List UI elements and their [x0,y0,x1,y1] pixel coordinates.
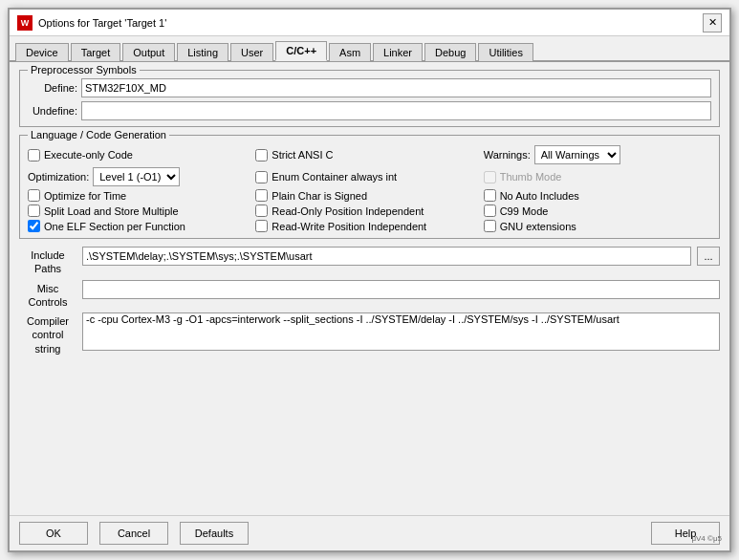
misc-controls-label: Misc Controls [19,280,76,310]
compiler-control-textarea[interactable]: -c -cpu Cortex-M3 -g -O1 -apcs=interwork… [82,312,720,351]
title-bar-left: W Options for Target 'Target 1' [17,15,166,31]
define-row: Define: [28,78,711,97]
misc-controls-row: Misc Controls [19,280,720,310]
plain-char-label: Plain Char is Signed [272,190,367,202]
gnu-extensions-checkbox[interactable] [484,220,496,232]
no-auto-includes-label: No Auto Includes [500,190,579,202]
tab-utilities[interactable]: Utilities [478,43,533,61]
c99-mode-checkbox[interactable] [484,205,496,217]
tab-output[interactable]: Output [122,43,175,61]
one-elf-checkbox[interactable] [28,220,40,232]
dialog-title: Options for Target 'Target 1' [38,17,166,29]
read-only-pos-checkbox[interactable] [255,205,268,217]
cancel-button[interactable]: Cancel [99,522,168,545]
no-auto-includes-checkbox[interactable] [484,189,496,202]
tab-linker[interactable]: Linker [373,43,423,61]
footer: OK Cancel Defaults Help [10,515,729,550]
compiler-control-row: Compiler control string -c -cpu Cortex-M… [19,312,720,355]
undefine-input[interactable] [81,101,711,120]
tab-user[interactable]: User [230,43,273,61]
tab-bar: Device Target Output Listing User C/C++ … [10,36,729,62]
c99-mode-label: C99 Mode [500,205,549,217]
enum-container-label: Enum Container always int [272,171,397,183]
ok-button[interactable]: OK [19,522,88,545]
plain-char-checkbox[interactable] [255,189,268,202]
bottom-fields: Include Paths ... Misc Controls Compiler… [19,247,720,355]
optimization-label: Optimization: [28,171,89,183]
one-elf-label: One ELF Section per Function [44,221,185,232]
version-text: μV4 ©μ5 [691,534,722,543]
define-input[interactable] [81,78,711,97]
read-write-pos-label: Read-Write Position Independent [272,221,426,232]
tab-listing[interactable]: Listing [177,43,228,61]
read-write-pos-checkbox[interactable] [255,220,268,232]
execute-only-label: Execute-only Code [44,149,133,161]
tab-debug[interactable]: Debug [424,43,476,61]
execute-only-checkbox[interactable] [28,149,40,162]
include-paths-label: Include Paths [19,247,76,276]
enum-container-checkbox[interactable] [255,171,268,183]
strict-ansi-label: Strict ANSI C [272,149,333,161]
preprocessor-group-label: Preprocessor Symbols [28,64,140,75]
thumb-mode-label: Thumb Mode [500,171,562,183]
tab-asm[interactable]: Asm [329,43,371,61]
include-paths-browse-button[interactable]: ... [697,247,720,266]
optimize-time-label: Optimize for Time [44,190,126,202]
tab-cpp[interactable]: C/C++ [275,41,327,61]
tab-device[interactable]: Device [15,43,69,61]
split-load-label: Split Load and Store Multiple [44,205,179,217]
include-paths-row: Include Paths ... [19,247,720,276]
content-area: Preprocessor Symbols Define: Undefine: L… [10,62,729,515]
language-group: Language / Code Generation Execute-only … [19,135,720,239]
optimization-select[interactable]: Level 0 (-O0) Level 1 (-O1) Level 2 (-O2… [93,167,180,186]
thumb-mode-checkbox[interactable] [484,171,496,183]
split-load-checkbox[interactable] [28,205,40,217]
close-button[interactable]: ✕ [703,13,722,32]
gnu-extensions-label: GNU extensions [500,221,576,232]
optimize-time-checkbox[interactable] [28,189,40,202]
read-only-pos-label: Read-Only Position Independent [272,205,424,217]
define-label: Define: [28,82,77,94]
options-dialog: W Options for Target 'Target 1' ✕ Device… [8,8,731,552]
misc-controls-input[interactable] [82,280,720,299]
warnings-select[interactable]: All Warnings No Warnings [534,145,620,164]
warnings-label: Warnings: [484,149,531,161]
undefine-label: Undefine: [28,105,77,117]
title-bar: W Options for Target 'Target 1' ✕ [10,10,729,36]
preprocessor-group: Preprocessor Symbols Define: Undefine: [19,70,720,127]
tab-target[interactable]: Target [71,43,121,61]
undefine-row: Undefine: [28,101,711,120]
defaults-button[interactable]: Defaults [180,522,249,545]
compiler-control-label: Compiler control string [19,312,76,355]
strict-ansi-checkbox[interactable] [255,149,268,162]
include-paths-input[interactable] [82,247,691,266]
language-group-label: Language / Code Generation [28,129,169,140]
app-icon: W [17,15,33,31]
